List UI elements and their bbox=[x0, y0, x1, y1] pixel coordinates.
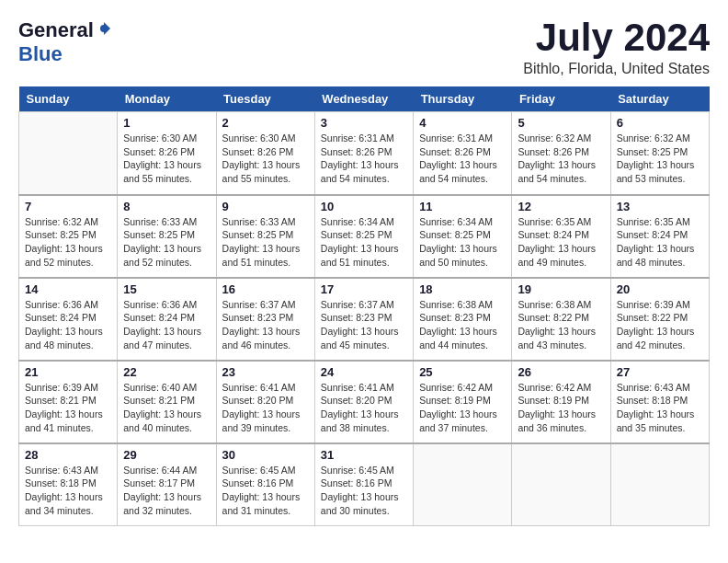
day-number: 18 bbox=[419, 282, 506, 296]
logo-icon bbox=[96, 20, 112, 37]
day-number: 28 bbox=[25, 448, 111, 462]
calendar-cell: 9Sunrise: 6:33 AM Sunset: 8:25 PM Daylig… bbox=[216, 195, 314, 278]
calendar-cell bbox=[19, 112, 118, 195]
calendar-cell: 6Sunrise: 6:32 AM Sunset: 8:25 PM Daylig… bbox=[610, 112, 709, 195]
day-number: 9 bbox=[222, 200, 309, 213]
calendar-cell bbox=[610, 443, 709, 526]
day-number: 23 bbox=[222, 365, 309, 379]
day-number: 29 bbox=[123, 448, 210, 462]
day-info: Sunrise: 6:32 AM Sunset: 8:26 PM Dayligh… bbox=[518, 132, 604, 186]
calendar-day-header: Friday bbox=[512, 86, 610, 112]
logo-blue: Blue bbox=[18, 42, 63, 65]
day-info: Sunrise: 6:42 AM Sunset: 8:19 PM Dayligh… bbox=[518, 381, 604, 435]
day-info: Sunrise: 6:34 AM Sunset: 8:25 PM Dayligh… bbox=[419, 215, 506, 270]
svg-point-0 bbox=[100, 25, 108, 32]
calendar-cell: 24Sunrise: 6:41 AM Sunset: 8:20 PM Dayli… bbox=[314, 361, 413, 443]
day-info: Sunrise: 6:41 AM Sunset: 8:20 PM Dayligh… bbox=[222, 381, 309, 435]
day-info: Sunrise: 6:43 AM Sunset: 8:18 PM Dayligh… bbox=[617, 381, 703, 435]
calendar-week-row: 14Sunrise: 6:36 AM Sunset: 8:24 PM Dayli… bbox=[19, 278, 710, 361]
day-number: 19 bbox=[518, 282, 604, 296]
day-number: 2 bbox=[222, 116, 309, 130]
day-number: 17 bbox=[321, 282, 407, 296]
calendar-day-header: Saturday bbox=[610, 86, 709, 112]
day-info: Sunrise: 6:43 AM Sunset: 8:18 PM Dayligh… bbox=[25, 464, 111, 518]
calendar-cell: 27Sunrise: 6:43 AM Sunset: 8:18 PM Dayli… bbox=[610, 361, 709, 443]
day-info: Sunrise: 6:45 AM Sunset: 8:16 PM Dayligh… bbox=[222, 464, 309, 518]
day-info: Sunrise: 6:33 AM Sunset: 8:25 PM Dayligh… bbox=[123, 215, 210, 270]
day-info: Sunrise: 6:38 AM Sunset: 8:23 PM Dayligh… bbox=[419, 298, 506, 352]
logo-general: General bbox=[18, 18, 94, 42]
day-number: 7 bbox=[25, 200, 111, 213]
calendar-cell: 21Sunrise: 6:39 AM Sunset: 8:21 PM Dayli… bbox=[19, 361, 118, 443]
calendar-cell: 25Sunrise: 6:42 AM Sunset: 8:19 PM Dayli… bbox=[414, 361, 512, 443]
calendar-cell: 16Sunrise: 6:37 AM Sunset: 8:23 PM Dayli… bbox=[216, 278, 314, 361]
day-number: 25 bbox=[419, 365, 506, 379]
day-info: Sunrise: 6:31 AM Sunset: 8:26 PM Dayligh… bbox=[321, 132, 407, 186]
calendar-cell: 20Sunrise: 6:39 AM Sunset: 8:22 PM Dayli… bbox=[610, 278, 709, 361]
day-info: Sunrise: 6:39 AM Sunset: 8:22 PM Dayligh… bbox=[617, 298, 703, 352]
day-info: Sunrise: 6:45 AM Sunset: 8:16 PM Dayligh… bbox=[321, 464, 407, 518]
day-info: Sunrise: 6:35 AM Sunset: 8:24 PM Dayligh… bbox=[518, 215, 604, 270]
day-info: Sunrise: 6:37 AM Sunset: 8:23 PM Dayligh… bbox=[321, 298, 407, 352]
calendar-cell: 19Sunrise: 6:38 AM Sunset: 8:22 PM Dayli… bbox=[512, 278, 610, 361]
calendar-day-header: Sunday bbox=[19, 86, 118, 112]
day-number: 4 bbox=[419, 116, 506, 130]
day-number: 31 bbox=[321, 448, 407, 462]
calendar-day-header: Monday bbox=[118, 86, 216, 112]
calendar-week-row: 28Sunrise: 6:43 AM Sunset: 8:18 PM Dayli… bbox=[19, 443, 710, 526]
calendar-cell: 2Sunrise: 6:30 AM Sunset: 8:26 PM Daylig… bbox=[216, 112, 314, 195]
logo: General Blue bbox=[18, 18, 112, 66]
calendar-cell: 22Sunrise: 6:40 AM Sunset: 8:21 PM Dayli… bbox=[118, 361, 216, 443]
calendar-table: SundayMondayTuesdayWednesdayThursdayFrid… bbox=[18, 86, 710, 526]
calendar-cell: 1Sunrise: 6:30 AM Sunset: 8:26 PM Daylig… bbox=[118, 112, 216, 195]
title-block: July 2024 Bithlo, Florida, United States bbox=[523, 18, 710, 77]
calendar-cell: 11Sunrise: 6:34 AM Sunset: 8:25 PM Dayli… bbox=[414, 195, 512, 278]
day-info: Sunrise: 6:32 AM Sunset: 8:25 PM Dayligh… bbox=[25, 215, 111, 270]
day-number: 15 bbox=[123, 282, 210, 296]
day-info: Sunrise: 6:35 AM Sunset: 8:24 PM Dayligh… bbox=[617, 215, 703, 270]
calendar-cell: 18Sunrise: 6:38 AM Sunset: 8:23 PM Dayli… bbox=[414, 278, 512, 361]
day-info: Sunrise: 6:44 AM Sunset: 8:17 PM Dayligh… bbox=[123, 464, 210, 518]
day-number: 27 bbox=[617, 365, 703, 379]
calendar-cell: 12Sunrise: 6:35 AM Sunset: 8:24 PM Dayli… bbox=[512, 195, 610, 278]
calendar-cell: 23Sunrise: 6:41 AM Sunset: 8:20 PM Dayli… bbox=[216, 361, 314, 443]
location-text: Bithlo, Florida, United States bbox=[523, 61, 710, 77]
calendar-cell: 8Sunrise: 6:33 AM Sunset: 8:25 PM Daylig… bbox=[118, 195, 216, 278]
calendar-cell: 13Sunrise: 6:35 AM Sunset: 8:24 PM Dayli… bbox=[610, 195, 709, 278]
calendar-cell: 3Sunrise: 6:31 AM Sunset: 8:26 PM Daylig… bbox=[314, 112, 413, 195]
day-number: 24 bbox=[321, 365, 407, 379]
day-number: 22 bbox=[123, 365, 210, 379]
calendar-cell bbox=[512, 443, 610, 526]
day-number: 10 bbox=[321, 200, 407, 213]
day-info: Sunrise: 6:36 AM Sunset: 8:24 PM Dayligh… bbox=[123, 298, 210, 352]
calendar-cell: 4Sunrise: 6:31 AM Sunset: 8:26 PM Daylig… bbox=[414, 112, 512, 195]
day-number: 6 bbox=[617, 116, 703, 130]
calendar-day-header: Wednesday bbox=[314, 86, 413, 112]
day-number: 3 bbox=[321, 116, 407, 130]
day-number: 21 bbox=[25, 365, 111, 379]
calendar-cell: 15Sunrise: 6:36 AM Sunset: 8:24 PM Dayli… bbox=[118, 278, 216, 361]
calendar-cell: 31Sunrise: 6:45 AM Sunset: 8:16 PM Dayli… bbox=[314, 443, 413, 526]
day-number: 13 bbox=[617, 200, 703, 213]
day-number: 1 bbox=[123, 116, 210, 130]
calendar-header-row: SundayMondayTuesdayWednesdayThursdayFrid… bbox=[19, 86, 710, 112]
day-info: Sunrise: 6:36 AM Sunset: 8:24 PM Dayligh… bbox=[25, 298, 111, 352]
day-number: 12 bbox=[518, 200, 604, 213]
day-info: Sunrise: 6:41 AM Sunset: 8:20 PM Dayligh… bbox=[321, 381, 407, 435]
calendar-cell: 28Sunrise: 6:43 AM Sunset: 8:18 PM Dayli… bbox=[19, 443, 118, 526]
day-info: Sunrise: 6:37 AM Sunset: 8:23 PM Dayligh… bbox=[222, 298, 309, 352]
calendar-cell: 26Sunrise: 6:42 AM Sunset: 8:19 PM Dayli… bbox=[512, 361, 610, 443]
day-number: 30 bbox=[222, 448, 309, 462]
day-number: 14 bbox=[25, 282, 111, 296]
calendar-day-header: Thursday bbox=[414, 86, 512, 112]
calendar-day-header: Tuesday bbox=[216, 86, 314, 112]
day-number: 5 bbox=[518, 116, 604, 130]
calendar-cell: 7Sunrise: 6:32 AM Sunset: 8:25 PM Daylig… bbox=[19, 195, 118, 278]
calendar-week-row: 7Sunrise: 6:32 AM Sunset: 8:25 PM Daylig… bbox=[19, 195, 710, 278]
day-info: Sunrise: 6:33 AM Sunset: 8:25 PM Dayligh… bbox=[222, 215, 309, 270]
calendar-cell: 29Sunrise: 6:44 AM Sunset: 8:17 PM Dayli… bbox=[118, 443, 216, 526]
day-info: Sunrise: 6:32 AM Sunset: 8:25 PM Dayligh… bbox=[617, 132, 703, 186]
day-info: Sunrise: 6:34 AM Sunset: 8:25 PM Dayligh… bbox=[321, 215, 407, 270]
day-info: Sunrise: 6:39 AM Sunset: 8:21 PM Dayligh… bbox=[25, 381, 111, 435]
day-number: 11 bbox=[419, 200, 506, 213]
